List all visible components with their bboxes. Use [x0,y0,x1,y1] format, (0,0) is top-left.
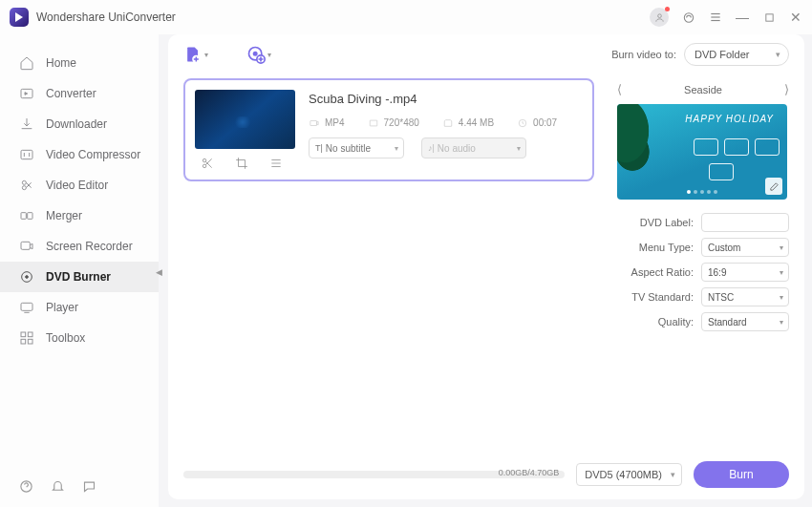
burn-to-select[interactable]: DVD Folder [684,43,789,66]
file-format: MP4 [325,117,345,128]
menu-icon[interactable] [709,11,722,24]
subtitle-select[interactable]: T|No subtitle [309,137,404,158]
app-logo [10,8,29,27]
sidebar-item-dvd-burner[interactable]: DVD Burner [0,262,159,292]
feedback-icon[interactable] [82,479,96,497]
video-thumbnail [195,90,295,149]
close-button[interactable]: ✕ [789,11,802,24]
quality-select[interactable]: Standard [701,312,789,331]
dvd-label-label: DVD Label: [640,217,694,228]
menu-type-label: Menu Type: [639,242,694,253]
sidebar-item-label: Video Editor [46,179,108,192]
sidebar-item-recorder[interactable]: Screen Recorder [0,231,159,262]
svg-rect-12 [21,242,30,249]
sidebar-item-label: Player [46,301,78,314]
svg-rect-15 [21,303,32,310]
sidebar-item-label: Screen Recorder [46,240,133,253]
svg-point-14 [26,276,29,279]
minimize-button[interactable]: — [736,11,749,24]
template-title: HAPPY HOLIDAY [685,114,774,124]
svg-point-9 [22,186,26,190]
sidebar-item-toolbox[interactable]: Toolbox [0,323,159,353]
svg-rect-10 [21,213,26,220]
template-name: Seaside [684,84,722,95]
main-panel: ▾ ▾ Burn video to: DVD Folder Scuba Divi… [168,34,804,499]
svg-rect-30 [310,120,317,125]
template-prev-button[interactable]: ⟨ [617,82,622,96]
sidebar-item-merger[interactable]: Merger [0,201,159,231]
sidebar-item-label: Home [46,56,76,70]
tv-label: TV Standard: [631,291,694,303]
capacity-bar: 0.00GB/4.70GB [183,471,565,478]
template-preview[interactable]: HAPPY HOLIDAY [617,104,787,200]
sidebar-item-label: Toolbox [46,331,85,345]
svg-rect-11 [28,213,32,220]
template-next-button[interactable]: ⟩ [784,82,789,96]
sidebar-item-player[interactable]: Player [0,292,159,323]
sidebar-item-label: Converter [46,87,96,100]
notifications-icon[interactable] [51,479,65,497]
menu-type-select[interactable]: Custom [701,238,789,257]
svg-point-0 [657,13,661,17]
audio-select[interactable]: ♪|No audio [421,137,526,158]
sidebar-item-home[interactable]: Home [0,48,159,78]
template-panel: ⟨ Seaside ⟩ HAPPY HOLIDAY DVD Label: Men… [617,82,789,337]
footer: 0.00GB/4.70GB DVD5 (4700MB) Burn [183,461,789,488]
capacity-text: 0.00GB/4.70GB [499,468,560,477]
dvd-label-input[interactable] [701,213,789,232]
sidebar-item-label: DVD Burner [46,270,111,284]
sidebar-item-converter[interactable]: Converter [0,78,159,109]
aspect-label: Aspect Ratio: [631,266,694,278]
svg-rect-5 [765,13,772,20]
quality-label: Quality: [658,316,694,327]
sidebar-item-label: Video Compressor [46,148,140,161]
svg-rect-17 [28,332,32,337]
add-file-button[interactable]: ▾ [183,45,208,64]
app-title: Wondershare UniConverter [36,11,176,24]
effect-icon[interactable] [269,157,283,170]
help-icon[interactable] [19,479,33,497]
template-edit-button[interactable] [765,178,782,195]
svg-point-1 [684,12,693,21]
sidebar-item-downloader[interactable]: Downloader [0,109,159,139]
trim-icon[interactable] [201,157,214,170]
file-size: 4.44 MB [459,117,494,128]
svg-rect-18 [21,339,26,344]
burn-to-label: Burn video to: [611,49,676,60]
file-duration: 00:07 [533,117,557,128]
account-icon[interactable] [650,8,669,27]
sidebar: Home Converter Downloader Video Compress… [0,34,159,507]
crop-icon[interactable] [235,157,248,170]
tv-select[interactable]: NTSC [701,287,789,306]
svg-rect-19 [28,339,32,344]
svg-point-8 [22,180,26,184]
sidebar-item-label: Downloader [46,117,107,131]
toolbar: ▾ ▾ Burn video to: DVD Folder [168,34,804,74]
support-icon[interactable] [682,11,695,24]
aspect-select[interactable]: 16:9 [701,263,789,282]
burn-button[interactable]: Burn [694,461,789,488]
svg-rect-16 [21,332,26,337]
sidebar-item-label: Merger [46,209,82,222]
file-resolution: 720*480 [384,117,419,128]
svg-point-23 [254,53,257,55]
sidebar-item-editor[interactable]: Video Editor [0,170,159,201]
disc-type-select[interactable]: DVD5 (4700MB) [576,463,682,486]
titlebar: Wondershare UniConverter — ✕ [0,0,812,34]
svg-rect-31 [370,120,377,126]
svg-rect-7 [21,150,32,158]
sidebar-collapse-icon[interactable]: ◀ [156,267,162,277]
load-dvd-button[interactable]: ▾ [246,45,271,64]
maximize-button[interactable] [762,11,776,24]
file-name: Scuba Diving -.mp4 [309,92,583,106]
sidebar-item-compressor[interactable]: Video Compressor [0,139,159,170]
video-card[interactable]: Scuba Diving -.mp4 MP4 720*480 4.44 MB 0… [183,78,594,181]
